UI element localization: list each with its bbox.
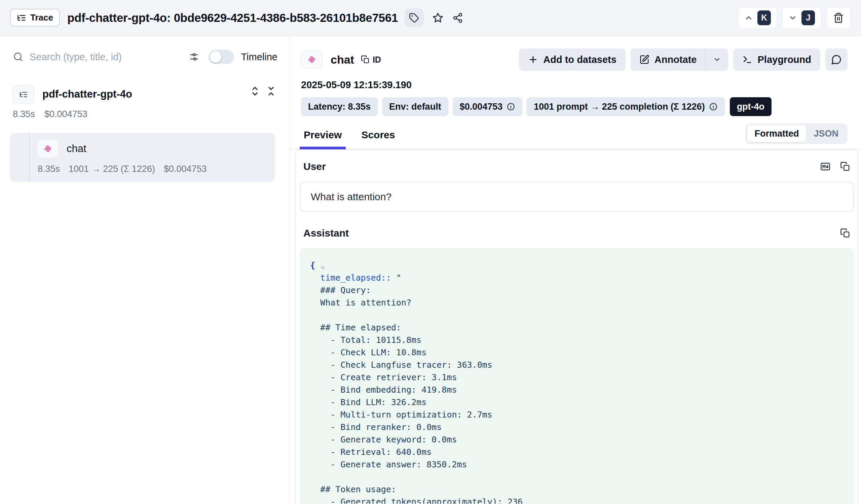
trash-icon (833, 12, 844, 23)
user-message-text: What is attention? (311, 191, 392, 203)
observation-detail-panel: chat ID Add to datasets (290, 36, 861, 504)
code-text: - Multi-turn optimization: 2.7ms (310, 410, 492, 420)
code-text: " (391, 273, 401, 283)
tab-scores[interactable]: Scores (358, 129, 398, 149)
copy-icon (361, 55, 370, 64)
latency-badge-label: Latency: 8.35s (308, 101, 371, 112)
tag-icon (409, 13, 419, 23)
root-cost: $0.004753 (44, 109, 87, 120)
generation-pinwheel-icon (43, 144, 53, 154)
code-line: - Bind embedding: 419.8ms (310, 383, 844, 396)
search-icon (13, 52, 24, 62)
root-latency: 8.35s (13, 109, 35, 120)
code-text: ### Query: (310, 285, 371, 295)
code-text: ## Time elapsed: (310, 323, 401, 332)
model-badge-label: gpt-4o (737, 101, 764, 112)
code-text: ## Token usage: (310, 485, 396, 494)
search-input[interactable] (30, 52, 181, 63)
assistant-section-head: Assistant (300, 228, 853, 239)
info-icon (506, 102, 515, 111)
topbar: Trace pdf-chatter-gpt-4o: 0bde9629-4251-… (0, 0, 861, 36)
trace-badge-label: Trace (30, 12, 53, 23)
generation-node-badge (37, 140, 58, 158)
tags-button[interactable] (405, 9, 423, 27)
copy-id-button[interactable]: ID (361, 55, 381, 65)
code-text: What is attention? (310, 298, 411, 308)
info-icon (709, 102, 718, 111)
code-line: - Check LLM: 10.8ms (310, 346, 844, 359)
env-badge: Env: default (382, 97, 448, 116)
tree-item-chat[interactable]: chat 8.35s 1001 → 225 (Σ 1226) $0.004753 (10, 133, 275, 182)
model-badge[interactable]: gpt-4o (730, 97, 771, 116)
code-line (310, 471, 844, 483)
code-line: - Generate keyword: 0.0ms (310, 433, 844, 446)
page-title: pdf-chatter-gpt-4o: 0bde9629-4251-4386-b… (67, 11, 398, 25)
code-line: - Multi-turn optimization: 2.7ms (310, 408, 844, 421)
tree-root-item[interactable]: pdf-chatter-gpt-4o (8, 85, 282, 104)
code-text: - Generated tokens(approximately): 236 (310, 497, 523, 504)
playground-label: Playground (757, 54, 811, 65)
code-line: - Retrieval: 640.0ms (310, 446, 844, 458)
playground-button[interactable]: Playground (733, 49, 820, 71)
tokens-badge[interactable]: 1001 prompt → 225 completion (Σ 1226) (527, 97, 724, 116)
format-segmented-control: Formatted JSON (745, 123, 848, 144)
comments-button[interactable] (825, 49, 848, 71)
copy-icon[interactable] (840, 162, 850, 172)
observation-header: chat ID Add to datasets (290, 49, 861, 71)
plus-icon (528, 55, 538, 65)
code-line: - Check Langfuse tracer: 363.0ms (310, 359, 844, 371)
code-line (310, 309, 844, 321)
list-tree-icon (19, 90, 28, 99)
tree-root-stats: 8.35s $0.004753 (8, 104, 282, 120)
timeline-toggle-label: Timeline (241, 52, 277, 63)
code-text: - Total: 10115.8ms (310, 335, 421, 345)
delete-trace-button[interactable] (826, 7, 851, 29)
collapse-all-icon[interactable] (266, 86, 276, 96)
chat-item-head: chat (10, 140, 275, 158)
env-badge-label: Env: default (389, 101, 441, 112)
cost-badge[interactable]: $0.004753 (453, 97, 523, 116)
tab-preview[interactable]: Preview (301, 129, 344, 149)
next-item-button[interactable]: J (782, 7, 821, 29)
shortcut-keycap-j: J (802, 11, 815, 25)
add-to-datasets-button[interactable]: Add to datasets (519, 49, 626, 71)
code-text: - Check Langfuse tracer: 363.0ms (310, 360, 492, 370)
search-row: Timeline (8, 50, 282, 64)
code-line: - Total: 10115.8ms (310, 334, 844, 346)
trace-tree: pdf-chatter-gpt-4o 8.35s $0.004753 (8, 85, 282, 182)
previous-item-button[interactable]: K (738, 7, 777, 29)
trace-tree-sidebar: Timeline pdf-chatter-gpt-4o (0, 36, 290, 504)
bookmark-star-button[interactable] (432, 12, 443, 24)
chevron-down-icon (713, 55, 721, 64)
copy-icon[interactable] (840, 228, 850, 238)
star-icon (432, 12, 443, 24)
code-line: - Generate answer: 8350.2ms (310, 458, 844, 471)
expand-all-icon[interactable] (250, 86, 260, 96)
comment-bubble-icon (831, 54, 842, 65)
user-section-actions (820, 161, 850, 172)
generation-pinwheel-icon (307, 55, 317, 65)
assistant-code: { ⌄ time_elapsed:: " ### Query: What is … (300, 248, 853, 504)
tokens-badge-label: 1001 prompt → 225 completion (Σ 1226) (534, 101, 705, 112)
collapse-chevron-icon[interactable]: ⌄ (315, 260, 325, 270)
code-line: ## Time elapsed: (310, 321, 844, 334)
list-tree-icon (17, 13, 26, 23)
chat-tokens: 1001 → 225 (Σ 1226) (69, 164, 155, 174)
shortcut-keycap-k: K (757, 11, 771, 25)
code-line: { ⌄ (310, 259, 844, 272)
format-option-json[interactable]: JSON (806, 125, 846, 142)
code-text: - Create retriever: 3.1ms (310, 372, 457, 382)
chat-cost: $0.004753 (164, 164, 207, 174)
chevron-up-icon (744, 13, 753, 22)
filter-sliders-icon[interactable] (189, 52, 199, 62)
user-section-label: User (303, 161, 326, 172)
format-option-formatted[interactable]: Formatted (747, 125, 806, 142)
markdown-toggle-icon[interactable] (820, 161, 831, 172)
timeline-toggle[interactable] (208, 50, 234, 64)
annotate-menu-button[interactable] (706, 49, 728, 71)
assistant-section-actions (840, 228, 850, 238)
chat-latency: 8.35s (38, 164, 60, 174)
annotate-button[interactable]: Annotate (631, 49, 706, 71)
share-button[interactable] (452, 12, 463, 23)
annotate-label: Annotate (655, 54, 697, 65)
